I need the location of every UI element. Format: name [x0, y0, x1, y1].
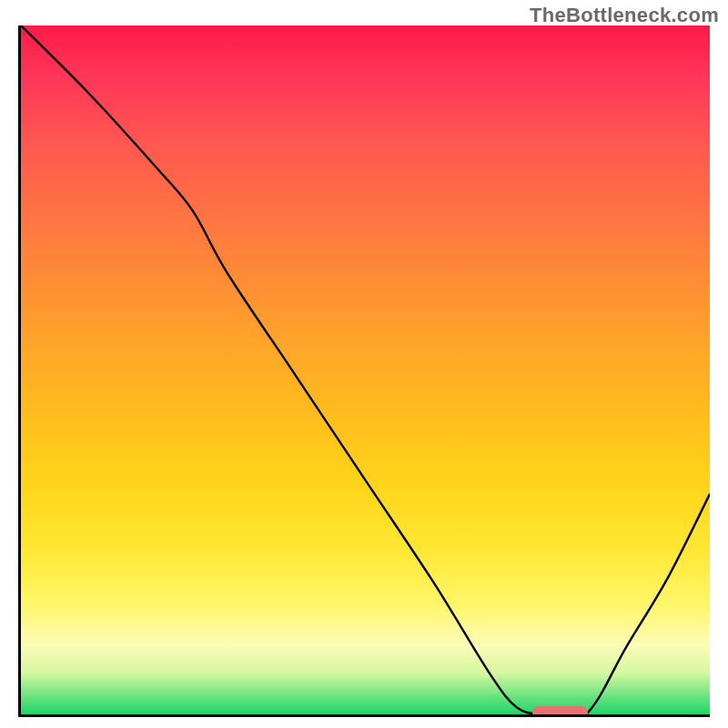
chart-container: TheBottleneck.com: [0, 0, 728, 728]
bottleneck-curve: [21, 25, 710, 714]
optimal-range-marker: [532, 706, 588, 717]
watermark-text: TheBottleneck.com: [530, 4, 719, 27]
curve-svg: [21, 25, 710, 714]
plot-area: [18, 25, 710, 717]
